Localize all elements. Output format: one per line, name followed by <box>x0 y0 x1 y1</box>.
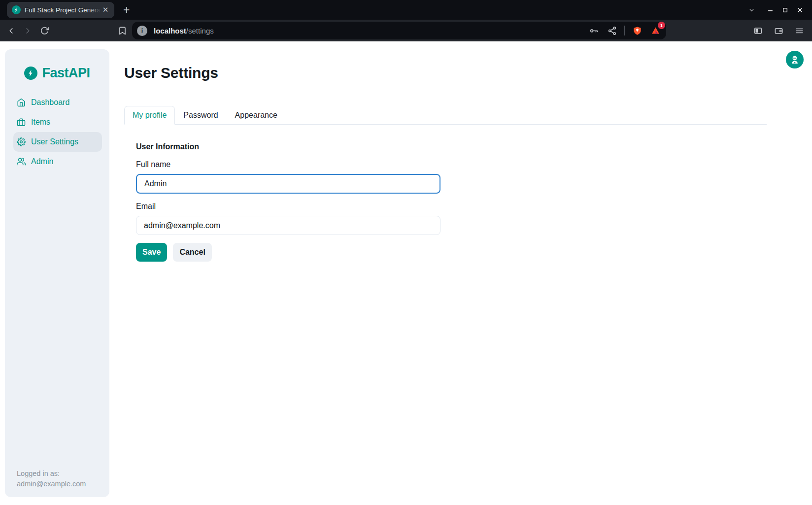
sidebar: FastAPI Dashboard Items User Settings Ad… <box>5 49 109 497</box>
toolbar-divider <box>624 26 625 35</box>
main-area: User Settings My profile Password Appear… <box>124 64 767 262</box>
email-label: Email <box>136 201 767 211</box>
close-window-icon[interactable] <box>792 2 807 17</box>
sidebar-item-dashboard[interactable]: Dashboard <box>13 93 102 112</box>
fastapi-bolt-icon <box>24 67 37 80</box>
home-icon <box>17 98 26 107</box>
sidebar-item-label: User Settings <box>31 137 78 146</box>
users-icon <box>17 157 26 166</box>
settings-tabs: My profile Password Appearance <box>124 106 767 125</box>
rewards-badge: 1 <box>658 22 665 29</box>
tab-search-icon[interactable] <box>744 2 759 17</box>
sidebar-item-admin[interactable]: Admin <box>13 152 102 171</box>
user-menu-button[interactable] <box>786 51 804 68</box>
page-content: FastAPI Dashboard Items User Settings Ad… <box>0 41 812 505</box>
logged-in-email: admin@example.com <box>17 479 86 489</box>
logged-in-info: Logged in as: admin@example.com <box>17 469 86 489</box>
back-icon[interactable] <box>5 25 17 36</box>
user-astronaut-icon <box>789 54 800 65</box>
logged-in-label: Logged in as: <box>17 469 86 479</box>
minimize-icon[interactable] <box>763 2 778 17</box>
reload-icon[interactable] <box>38 25 50 36</box>
sidebar-toggle-icon[interactable] <box>752 25 764 36</box>
fastapi-favicon-icon <box>12 5 21 14</box>
tab-appearance[interactable]: Appearance <box>227 106 286 124</box>
site-info-icon[interactable]: i <box>137 26 147 36</box>
save-button[interactable]: Save <box>136 243 167 262</box>
sidebar-item-label: Items <box>31 118 50 127</box>
full-name-label: Full name <box>136 159 767 169</box>
url-bar[interactable]: i localhost/settings <box>132 22 666 39</box>
email-input[interactable] <box>136 216 440 235</box>
new-tab-button[interactable]: + <box>123 4 130 16</box>
brave-shield-icon[interactable] <box>631 25 643 36</box>
sidebar-item-user-settings[interactable]: User Settings <box>13 132 102 152</box>
gear-icon <box>17 137 26 146</box>
cancel-button[interactable]: Cancel <box>173 243 211 262</box>
tab-password[interactable]: Password <box>175 106 226 124</box>
wallet-icon[interactable] <box>773 25 784 36</box>
brave-rewards-icon[interactable]: 1 <box>649 25 661 36</box>
browser-toolbar: i localhost/settings <box>0 20 812 41</box>
user-information-form: User Information Full name Email Save Ca… <box>136 141 767 262</box>
url-path: /settings <box>186 27 214 35</box>
tab-title: Full Stack Project Genera <box>25 6 101 14</box>
browser-tab-bar: Full Stack Project Genera ✕ + <box>0 0 812 20</box>
menu-hamburger-icon[interactable] <box>793 25 805 36</box>
passwords-key-icon[interactable] <box>588 25 600 36</box>
logo-text: FastAPI <box>42 66 90 81</box>
url-text[interactable]: localhost/settings <box>154 27 214 35</box>
share-icon[interactable] <box>606 25 618 36</box>
sidebar-item-items[interactable]: Items <box>13 112 102 132</box>
form-buttons: Save Cancel <box>136 243 767 262</box>
bookmark-icon[interactable] <box>116 25 128 36</box>
page-title: User Settings <box>124 64 767 82</box>
fastapi-logo: FastAPI <box>5 49 109 81</box>
sidebar-nav: Dashboard Items User Settings Admin <box>5 93 109 171</box>
briefcase-icon <box>17 118 26 127</box>
forward-icon[interactable] <box>22 25 34 36</box>
full-name-input[interactable] <box>136 174 440 194</box>
window-controls <box>744 2 807 17</box>
browser-tab[interactable]: Full Stack Project Genera ✕ <box>7 2 114 18</box>
sidebar-item-label: Dashboard <box>31 98 69 107</box>
tab-close-icon[interactable]: ✕ <box>101 5 110 15</box>
maximize-icon[interactable] <box>778 2 792 17</box>
url-host: localhost <box>154 27 186 35</box>
tab-my-profile[interactable]: My profile <box>124 106 175 125</box>
sidebar-item-label: Admin <box>31 157 53 166</box>
section-title: User Information <box>136 141 767 152</box>
